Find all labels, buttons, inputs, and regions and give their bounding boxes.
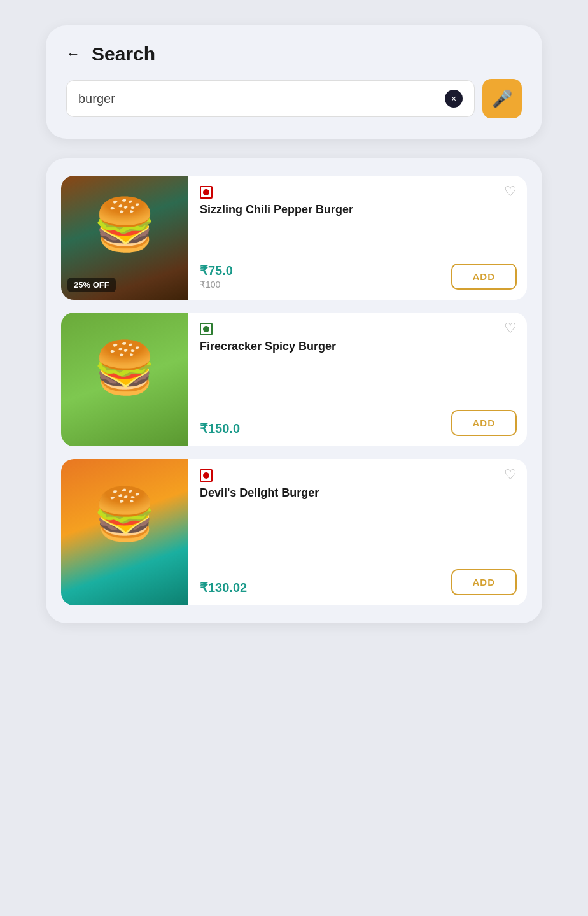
food-name-group-3: Devil's Delight Burger	[200, 469, 504, 500]
search-card: ← Search × 🎤	[46, 25, 542, 139]
favorite-button-2[interactable]: ♡	[504, 321, 517, 335]
food-info-2: Firecracker Spicy Burger ♡ ₹150.0 ADD	[188, 313, 527, 446]
add-button-3[interactable]: ADD	[451, 569, 517, 595]
price-group-2: ₹150.0	[200, 421, 240, 436]
burger-image-3	[61, 459, 188, 605]
food-bottom-3: ₹130.02 ADD	[200, 569, 517, 595]
veg-dot-3	[203, 472, 209, 479]
price-current-1: ₹75.0	[200, 263, 233, 278]
price-group-1: ₹75.0 ₹100	[200, 263, 233, 290]
veg-dot-2	[203, 326, 209, 332]
favorite-button-3[interactable]: ♡	[504, 468, 517, 482]
veg-indicator-3	[200, 469, 213, 482]
veg-indicator-2	[200, 323, 213, 335]
clear-icon: ×	[445, 90, 463, 108]
add-button-1[interactable]: ADD	[451, 264, 517, 290]
search-header: ← Search	[66, 43, 522, 65]
search-input[interactable]	[78, 92, 438, 106]
price-current-2: ₹150.0	[200, 421, 240, 436]
mic-icon: 🎤	[492, 89, 512, 109]
food-bottom-2: ₹150.0 ADD	[200, 410, 517, 436]
food-bottom-1: ₹75.0 ₹100 ADD	[200, 263, 517, 290]
discount-badge-1: 25% OFF	[67, 278, 116, 292]
food-image-2	[61, 313, 188, 446]
food-info-1: Sizzling Chili Pepper Burger ♡ ₹75.0 ₹10…	[188, 176, 527, 300]
search-input-row: × 🎤	[66, 79, 522, 118]
search-input-wrapper: ×	[66, 80, 475, 117]
food-image-3	[61, 459, 188, 605]
price-current-3: ₹130.02	[200, 580, 247, 595]
food-name-group-2: Firecracker Spicy Burger	[200, 323, 504, 354]
food-info-3: Devil's Delight Burger ♡ ₹130.02 ADD	[188, 459, 527, 605]
favorite-button-1[interactable]: ♡	[504, 185, 517, 199]
search-title: Search	[92, 43, 155, 65]
food-item-1: 25% OFF Sizzling Chili Pepper Burger ♡ ₹…	[61, 176, 527, 300]
food-name-1: Sizzling Chili Pepper Burger	[200, 203, 353, 216]
food-top-1: Sizzling Chili Pepper Burger ♡	[200, 186, 517, 217]
food-top-2: Firecracker Spicy Burger ♡	[200, 323, 517, 354]
food-name-2: Firecracker Spicy Burger	[200, 340, 336, 353]
add-button-2[interactable]: ADD	[451, 410, 517, 436]
food-top-3: Devil's Delight Burger ♡	[200, 469, 517, 500]
burger-image-2	[61, 313, 188, 446]
price-group-3: ₹130.02	[200, 580, 247, 595]
veg-dot-1	[203, 189, 209, 195]
clear-button[interactable]: ×	[445, 90, 463, 108]
back-icon: ←	[66, 46, 80, 62]
mic-button[interactable]: 🎤	[482, 79, 522, 118]
food-image-1: 25% OFF	[61, 176, 188, 300]
food-name-group-1: Sizzling Chili Pepper Burger	[200, 186, 504, 217]
results-card: 25% OFF Sizzling Chili Pepper Burger ♡ ₹…	[46, 158, 542, 623]
food-name-3: Devil's Delight Burger	[200, 486, 319, 499]
back-button[interactable]: ←	[66, 46, 80, 62]
food-item-3: Devil's Delight Burger ♡ ₹130.02 ADD	[61, 459, 527, 605]
veg-indicator-1	[200, 186, 213, 199]
food-item-2: Firecracker Spicy Burger ♡ ₹150.0 ADD	[61, 313, 527, 446]
price-original-1: ₹100	[200, 279, 233, 290]
